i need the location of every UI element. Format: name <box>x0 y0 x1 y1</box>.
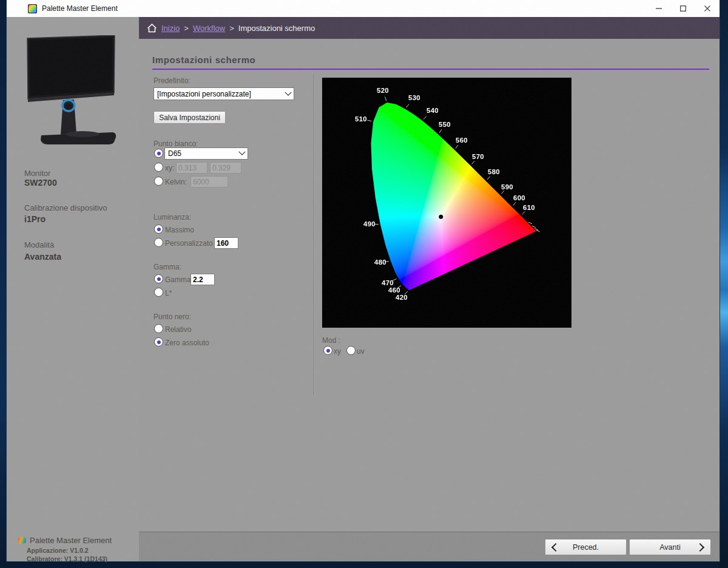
gamma-lstar-label: L* <box>165 289 172 297</box>
title-bar: Palette Master Element <box>7 0 720 18</box>
wavelength-label: 520 <box>377 87 389 94</box>
window-controls <box>647 0 720 17</box>
wavelength-label: 420 <box>396 294 408 301</box>
white-point-y-field <box>210 162 241 174</box>
monitor-label: Monitor <box>24 169 50 178</box>
luminance-max-label: Massimo <box>165 226 194 234</box>
mode-value: Avanzata <box>24 252 61 262</box>
maximize-icon <box>680 5 686 12</box>
sidebar: Monitor SW2700 Calibrazione dispositivo … <box>7 17 140 561</box>
close-icon <box>704 5 710 12</box>
preset-dropdown[interactable]: [Impostazioni personalizzate] <box>153 87 294 100</box>
mode-label: Modalità <box>24 240 54 249</box>
luminance-max-radio[interactable] <box>154 225 163 234</box>
maximize-button[interactable] <box>671 0 695 17</box>
page-title: Impostazioni schermo <box>152 55 255 65</box>
gamma-value-label: Gamma <box>165 276 191 284</box>
white-point-d65-radio[interactable] <box>154 149 163 158</box>
wavelength-label: 540 <box>426 107 439 114</box>
breadcrumb-separator: > <box>184 24 189 33</box>
mod-label: Mod : <box>322 336 340 345</box>
footer-calibrator-version: Calibratore: V1.3.1 (1D143) <box>27 555 107 563</box>
breadcrumb-separator: > <box>229 24 234 33</box>
black-point-label: Punto nero: <box>153 313 191 321</box>
app-window: Palette Master Element Monitor SW2700 <box>6 0 720 562</box>
previous-button[interactable]: Preced. <box>545 539 627 555</box>
footer-app-name: Palette Master Element <box>30 536 112 545</box>
mod-xy-radio[interactable] <box>323 346 332 355</box>
save-settings-button[interactable]: Salva Impostazioni <box>153 111 226 124</box>
black-point-absolute-radio[interactable] <box>154 337 163 347</box>
luminance-custom-field[interactable] <box>214 237 238 249</box>
gamma-value-radio[interactable] <box>154 274 163 283</box>
chevron-right-icon <box>696 543 704 552</box>
next-button-label: Avanti <box>659 543 681 552</box>
white-point-x-field <box>176 162 207 174</box>
chevron-down-icon <box>285 89 291 95</box>
footer-app-version: Applicazione: V1.0.2 <box>27 547 89 554</box>
wavelength-label: 590 <box>501 183 513 191</box>
mod-xy-label: xy <box>334 347 341 356</box>
main-area: Inizio > Workflow > Impostazioni schermo… <box>139 17 720 561</box>
chevron-left-icon <box>551 543 560 552</box>
preset-dropdown-value: [Impostazioni personalizzate] <box>157 90 251 98</box>
monitor-illustration <box>16 35 120 150</box>
home-icon[interactable] <box>147 24 157 33</box>
wavelength-label: 510 <box>355 115 367 123</box>
luminance-custom-label: Personalizzato <box>165 239 213 248</box>
wavelength-label: 610 <box>523 204 535 211</box>
monitor-value: SW2700 <box>24 178 57 188</box>
next-button[interactable]: Avanti <box>629 539 711 555</box>
luminance-custom-radio[interactable] <box>154 238 163 247</box>
breadcrumb-link-workflow[interactable]: Workflow <box>193 24 225 33</box>
luminance-label: Luminanza: <box>153 213 191 221</box>
gamma-value-field[interactable] <box>190 274 215 285</box>
content: Impostazioni schermo Predefinito: [Impos… <box>139 39 720 561</box>
gamma-lstar-radio[interactable] <box>154 288 163 297</box>
wavelength-label: 550 <box>439 121 451 128</box>
black-point-relative-label: Relativo <box>165 325 191 334</box>
palette-app-icon <box>28 4 37 13</box>
minimize-icon <box>656 5 662 12</box>
close-button[interactable] <box>695 0 720 17</box>
white-point-dropdown[interactable]: D65 <box>164 147 248 160</box>
minimize-button[interactable] <box>647 0 671 17</box>
wavelength-label: 460 <box>388 286 400 294</box>
wavelength-label: 570 <box>472 153 484 160</box>
palette-footer-logo-icon <box>18 536 26 544</box>
breadcrumb: Inizio > Workflow > Impostazioni schermo <box>139 17 720 39</box>
breadcrumb-link-inizio[interactable]: Inizio <box>161 24 180 33</box>
white-point-kelvin-radio[interactable] <box>154 177 163 186</box>
gamma-label: Gamma: <box>153 263 181 271</box>
wavelength-label: 530 <box>408 94 420 101</box>
device-label: Calibrazione dispositivo <box>24 203 107 212</box>
mod-uv-radio[interactable] <box>346 346 356 355</box>
previous-button-label: Preced. <box>573 543 599 552</box>
vertical-divider <box>314 73 314 395</box>
device-value: i1Pro <box>24 214 46 224</box>
white-point-xy-label: xy: <box>165 164 174 172</box>
wavelength-label: 490 <box>363 220 376 228</box>
window-title: Palette Master Element <box>42 4 118 13</box>
wavelength-label: 480 <box>374 259 386 266</box>
preset-label: Predefinito: <box>153 76 190 85</box>
desktop-background <box>719 0 728 568</box>
black-point-relative-radio[interactable] <box>154 324 163 333</box>
breadcrumb-current: Impostazioni schermo <box>238 24 315 33</box>
chromaticity-panel: 5105205305405505605705805906006104904804… <box>322 78 571 328</box>
white-point-kelvin-label: Kelvin: <box>165 178 187 186</box>
title-rule <box>152 69 709 70</box>
wavelength-label: 600 <box>513 194 525 201</box>
wavelength-label: 580 <box>488 168 500 175</box>
mod-uv-label: uv <box>357 347 365 356</box>
kelvin-field <box>190 176 228 188</box>
wavelength-label: 470 <box>382 279 394 286</box>
white-point-label: Punto bianco: <box>153 140 198 148</box>
bottom-bar: Preced. Avanti <box>139 532 720 561</box>
wavelength-label: 560 <box>456 137 468 144</box>
white-point-dropdown-value: D65 <box>168 149 181 158</box>
white-point-xy-radio[interactable] <box>154 163 163 172</box>
black-point-absolute-label: Zero assoluto <box>165 339 209 347</box>
chevron-down-icon <box>238 149 245 155</box>
